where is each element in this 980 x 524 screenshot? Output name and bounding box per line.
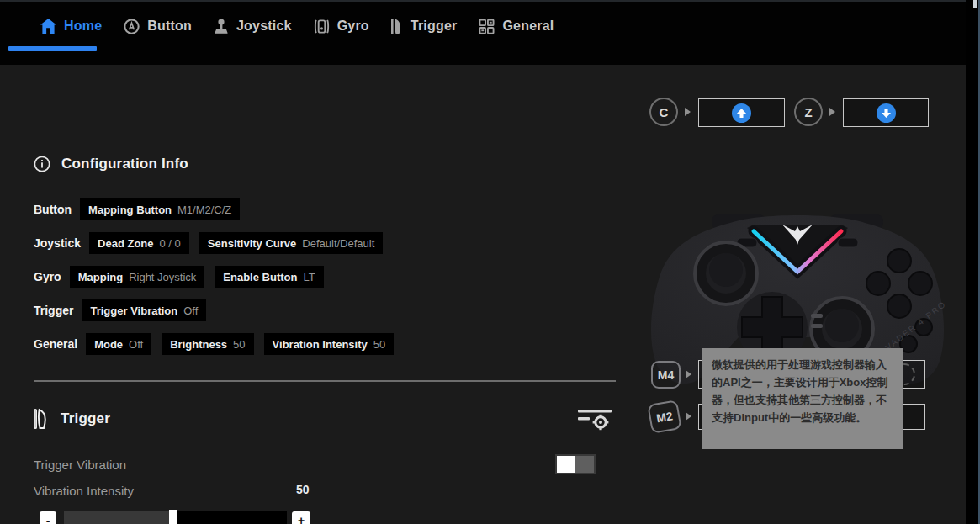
tab-gyro[interactable]: Gyro [314,19,369,34]
tab-general[interactable]: General [479,19,554,34]
joystick-icon [214,19,229,34]
m2-button-badge: M2 [647,400,682,434]
slider-minus-button[interactable]: - [40,511,56,524]
tab-joystick[interactable]: Joystick [214,19,292,34]
row-label: Gyro [34,270,61,283]
gyro-icon [314,19,330,34]
slider-fill [64,511,169,524]
tab-gyro-label: Gyro [337,19,369,34]
c-button-badge: C [649,98,678,126]
vibration-intensity-slider: - + [34,511,616,524]
vibration-intensity-label: Vibration Intensity [34,484,134,498]
z-button-badge: Z [794,98,823,126]
vibration-intensity-row: Vibration Intensity 50 [34,483,616,498]
up-arrow-icon [732,103,751,123]
general-icon [479,19,495,34]
top-nav-bar: Home Button Joystick [0,0,980,65]
tab-button-label: Button [147,19,192,34]
main-content: Configuration Info Button Mapping Button… [0,65,966,524]
config-info-header: Configuration Info [34,154,616,174]
button-icon [124,19,140,34]
slider-plus-button[interactable]: + [292,511,310,524]
c-mapping-box[interactable] [698,98,785,127]
down-arrow-icon [877,103,896,123]
toggle-knob [557,456,575,473]
configuration-panel: Configuration Info Button Mapping Button… [34,154,616,524]
trigger-section-icon [34,407,49,431]
config-badge: Trigger Vibration Off [82,299,206,321]
xinput-tooltip: 微软提供的用于处理游戏控制器输入的API之一，主要设计用于Xbox控制器，但也支… [702,348,903,449]
config-badge: Enable Button LT [215,266,323,288]
tab-home-label: Home [64,19,102,34]
caret-icon [829,108,835,116]
caret-icon [685,108,691,116]
config-row-general: General Mode Off Brightness 50 Vibration… [34,333,616,355]
caret-icon [686,412,691,421]
tab-trigger-label: Trigger [411,19,458,34]
config-rows: Button Mapping Button M1/M2/C/Z Joystick… [34,198,616,355]
tab-button[interactable]: Button [124,19,192,34]
caret-icon [686,370,691,378]
config-row-joystick: Joystick Dead Zone 0 / 0 Sensitivity Cur… [34,232,616,254]
slider-track[interactable] [64,511,287,524]
trigger-section-header: Trigger [34,405,616,432]
slider-thumb[interactable] [169,510,177,524]
row-label: Joystick [34,236,81,250]
trigger-settings-icon[interactable] [578,407,613,431]
trigger-section-title: Trigger [61,410,110,427]
config-badge: Mode Off [86,333,151,355]
config-badge: Dead Zone 0 / 0 [89,232,189,254]
home-icon [40,19,56,34]
trigger-icon [391,19,403,34]
config-badge: Vibration Intensity 50 [264,333,395,355]
section-divider [34,380,616,382]
config-row-button: Button Mapping Button M1/M2/C/Z [34,198,616,220]
config-badge: Sensitivity Curve Default/Default [199,232,384,254]
config-info-title: Configuration Info [61,156,188,172]
right-edge-strip [966,0,980,524]
tab-home[interactable]: Home [40,19,102,34]
row-label: General [34,337,77,351]
scrollbar-thumb[interactable] [973,0,977,8]
config-row-trigger: Trigger Trigger Vibration Off [34,299,616,321]
vibration-intensity-value: 50 [296,483,310,496]
nav-tabs: Home Button Joystick [0,2,980,50]
tab-trigger[interactable]: Trigger [391,19,458,34]
row-label: Trigger [34,304,73,317]
row-label: Button [34,203,72,216]
active-tab-underline [8,46,97,51]
z-mapping-box[interactable] [843,98,929,127]
tab-general-label: General [502,19,554,34]
config-badge: Mapping Button M1/M2/C/Z [80,198,240,220]
info-icon [34,156,50,172]
trigger-vibration-row: Trigger Vibration [34,454,616,474]
trigger-vibration-toggle[interactable] [555,454,596,474]
tab-joystick-label: Joystick [236,19,292,34]
config-badge: Mapping Right Joystick [70,266,205,288]
config-row-gyro: Gyro Mapping Right Joystick Enable Butto… [34,266,616,288]
config-badge: Brightness 50 [162,333,253,355]
trigger-vibration-label: Trigger Vibration [34,458,126,472]
m4-button-badge: M4 [651,361,681,389]
